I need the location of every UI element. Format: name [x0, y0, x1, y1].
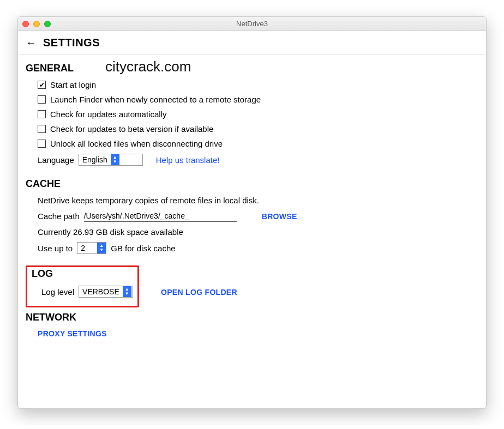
stepper-arrows-icon: ▲▼	[97, 243, 106, 253]
checkbox-check-updates[interactable]	[38, 110, 46, 118]
log-level-label: Log level	[41, 287, 74, 297]
cache-desc: NetDrive keeps temporary copies of remot…	[38, 196, 259, 205]
label-check-beta: Check for updates to beta version if ava…	[50, 124, 213, 134]
app-window: NetDrive3 ← SETTINGS citycrack.com GENER…	[17, 16, 487, 409]
cache-space-available: Currently 26.93 GB disk space available	[38, 227, 183, 237]
select-arrows-icon: ▲▼	[111, 154, 119, 165]
log-level-value: VERBOSE	[82, 287, 123, 296]
section-cache-title: CACHE	[26, 178, 478, 190]
cache-size-value: 2	[81, 244, 97, 252]
open-log-folder-link[interactable]: OPEN LOG FOLDER	[161, 288, 237, 297]
cache-size-stepper[interactable]: 2 ▲▼	[77, 242, 106, 254]
log-highlight-box: LOG Log level VERBOSE ▲▼	[26, 265, 139, 307]
window-title: NetDrive3	[18, 20, 486, 28]
checkbox-unlock-files[interactable]	[38, 140, 46, 148]
page-header: ← SETTINGS	[18, 31, 486, 55]
browse-button[interactable]: BROWSE	[262, 212, 297, 221]
label-check-updates: Check for updates automatically	[50, 110, 166, 119]
select-arrows-icon: ▲▼	[123, 286, 131, 297]
translate-link[interactable]: Help us translate!	[156, 155, 220, 165]
label-unlock-files: Unlock all locked files when disconnecti…	[50, 139, 223, 148]
checkbox-check-beta[interactable]	[38, 125, 46, 133]
gb-suffix: GB for disk cache	[111, 244, 175, 253]
log-level-select[interactable]: VERBOSE ▲▼	[79, 286, 133, 298]
label-start-at-login: Start at login	[50, 80, 96, 89]
watermark-text: citycrack.com	[105, 58, 191, 75]
cache-path-input[interactable]: /Users/ysh/.NetDrive3/_cache_	[84, 210, 237, 222]
use-up-to-label: Use up to	[38, 244, 73, 253]
cache-path-label: Cache path	[38, 212, 80, 221]
language-label: Language	[38, 155, 74, 165]
page-title: SETTINGS	[43, 37, 100, 49]
section-network-title: NETWORK	[26, 312, 478, 323]
checkbox-start-at-login[interactable]: ✔	[38, 81, 46, 89]
label-launch-finder: Launch Finder when newly connected to a …	[50, 95, 261, 104]
section-general-title: GENERAL	[26, 63, 478, 74]
language-value: English	[82, 155, 111, 164]
proxy-settings-link[interactable]: PROXY SETTINGS	[38, 329, 107, 338]
back-arrow-icon[interactable]: ←	[26, 37, 37, 49]
titlebar: NetDrive3	[18, 17, 486, 31]
checkbox-launch-finder[interactable]	[38, 95, 46, 104]
language-select[interactable]: English ▲▼	[79, 154, 143, 166]
content-area: citycrack.com GENERAL ✔ Start at login L…	[18, 55, 486, 348]
section-log-title: LOG	[32, 268, 133, 280]
